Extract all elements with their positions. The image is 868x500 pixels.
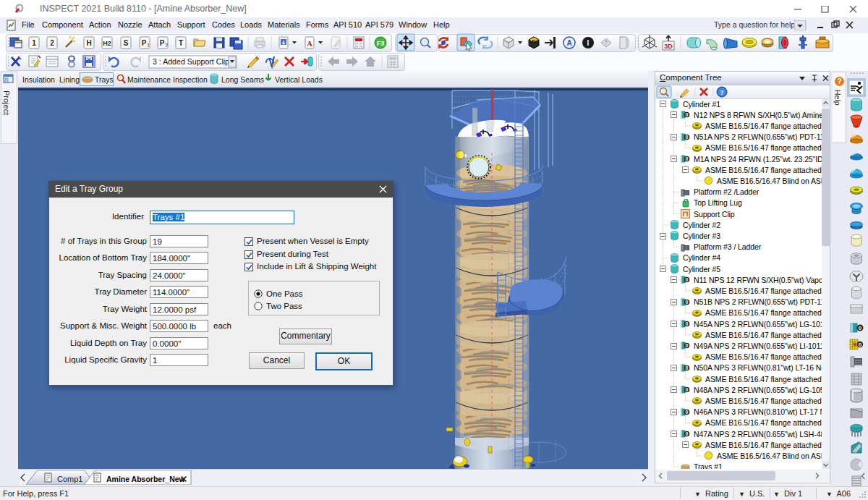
svg-text:0: 0 bbox=[686, 431, 689, 436]
svg-text:0: 0 bbox=[686, 387, 689, 392]
svg-text:0: 0 bbox=[686, 135, 689, 140]
svg-text:0: 0 bbox=[859, 325, 862, 331]
svg-text:0: 0 bbox=[686, 321, 689, 326]
svg-text:0: 0 bbox=[686, 156, 689, 161]
svg-text:0: 0 bbox=[686, 410, 689, 415]
svg-text:0: 0 bbox=[686, 277, 689, 282]
svg-text:0: 0 bbox=[686, 112, 689, 117]
svg-text:0: 0 bbox=[686, 343, 689, 348]
svg-text:0: 0 bbox=[686, 365, 689, 370]
svg-text:0: 0 bbox=[686, 300, 689, 305]
svg-text:0: 0 bbox=[859, 342, 862, 348]
svg-text:?: ? bbox=[837, 77, 841, 85]
